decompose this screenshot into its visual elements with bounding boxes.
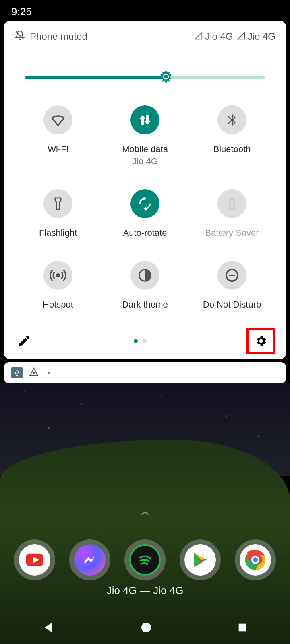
tile-label: Dark theme xyxy=(122,299,168,310)
tile-label: Hotspot xyxy=(43,299,73,310)
edit-button[interactable] xyxy=(14,331,34,351)
page-dot xyxy=(143,339,147,343)
svg-rect-19 xyxy=(238,624,246,632)
tile-sublabel: Jio 4G xyxy=(132,156,158,167)
chevron-up-icon[interactable] xyxy=(139,510,151,518)
nav-bar xyxy=(0,621,290,636)
tile-label: Mobile data xyxy=(122,144,168,155)
mobile-data-icon xyxy=(130,105,160,134)
svg-point-9 xyxy=(57,274,60,277)
tile-auto-rotate[interactable]: Auto-rotate xyxy=(105,189,185,238)
tile-label: Auto-rotate xyxy=(123,228,167,238)
tile-label: Bluetooth xyxy=(213,144,251,155)
app-spotify[interactable] xyxy=(124,539,166,580)
svg-point-3 xyxy=(164,75,168,79)
quick-settings-panel: Phone muted Jio 4G Jio 4G Wi-Fi xyxy=(4,21,286,359)
page-dot xyxy=(134,339,138,343)
signal-icon xyxy=(237,31,245,42)
clock: 9:25 xyxy=(11,6,32,18)
signal-2-label: Jio 4G xyxy=(248,31,276,42)
nav-back-button[interactable] xyxy=(42,621,56,636)
app-messenger[interactable] xyxy=(69,539,110,580)
home-wallpaper: Jio 4G — Jio 4G xyxy=(0,383,290,644)
qs-footer xyxy=(4,327,286,355)
flashlight-icon xyxy=(44,189,72,218)
tile-label: Do Not Disturb xyxy=(203,299,261,310)
settings-button[interactable] xyxy=(251,331,271,351)
svg-point-18 xyxy=(141,623,151,632)
qs-header: Phone muted Jio 4G Jio 4G xyxy=(14,30,276,43)
notification-bar[interactable] xyxy=(4,362,286,383)
settings-button-highlight xyxy=(246,328,276,354)
app-play-store[interactable] xyxy=(180,539,221,580)
wifi-icon xyxy=(44,105,72,134)
signal-1-label: Jio 4G xyxy=(205,31,233,42)
dnd-icon xyxy=(218,261,246,290)
svg-point-17 xyxy=(252,557,259,563)
tile-hotspot[interactable]: Hotspot xyxy=(18,261,98,310)
app-dock xyxy=(0,539,290,580)
tile-dark-theme[interactable]: Dark theme xyxy=(105,261,185,310)
usb-icon xyxy=(11,367,23,378)
page-indicator xyxy=(134,339,147,343)
triangle-alert-icon xyxy=(29,367,39,378)
tile-flashlight[interactable]: Flashlight xyxy=(18,189,98,238)
tile-label: Flashlight xyxy=(39,228,77,238)
bluetooth-icon xyxy=(218,105,246,134)
qs-tiles-grid: Wi-Fi Mobile data Jio 4G Bluetooth Flash… xyxy=(14,105,276,310)
hotspot-icon xyxy=(44,261,72,290)
phone-muted-label: Phone muted xyxy=(30,31,87,42)
tile-label: Wi-Fi xyxy=(48,144,68,155)
tile-label: Battery Saver xyxy=(205,228,259,238)
tile-mobile-data[interactable]: Mobile data Jio 4G xyxy=(105,105,185,167)
tile-bluetooth[interactable]: Bluetooth xyxy=(192,105,272,167)
battery-saver-icon xyxy=(218,189,246,218)
status-bar: 9:25 xyxy=(0,0,290,21)
carrier-line: Jio 4G — Jio 4G xyxy=(0,584,290,597)
tile-wifi[interactable]: Wi-Fi xyxy=(18,105,98,167)
nav-recent-button[interactable] xyxy=(237,622,248,635)
dark-theme-icon xyxy=(130,261,160,290)
tile-dnd[interactable]: Do Not Disturb xyxy=(192,261,272,310)
signal-icon xyxy=(195,31,203,42)
brightness-thumb-icon[interactable] xyxy=(158,69,174,85)
auto-rotate-icon xyxy=(130,189,160,218)
svg-point-13 xyxy=(33,372,34,373)
notif-more-dot xyxy=(48,372,50,374)
svg-rect-6 xyxy=(231,199,233,200)
app-youtube[interactable] xyxy=(14,539,55,580)
tile-battery-saver[interactable]: Battery Saver xyxy=(192,189,272,238)
brightness-slider[interactable] xyxy=(14,69,276,85)
nav-home-button[interactable] xyxy=(140,621,153,636)
app-chrome[interactable] xyxy=(235,539,276,580)
bell-off-icon xyxy=(14,30,25,43)
